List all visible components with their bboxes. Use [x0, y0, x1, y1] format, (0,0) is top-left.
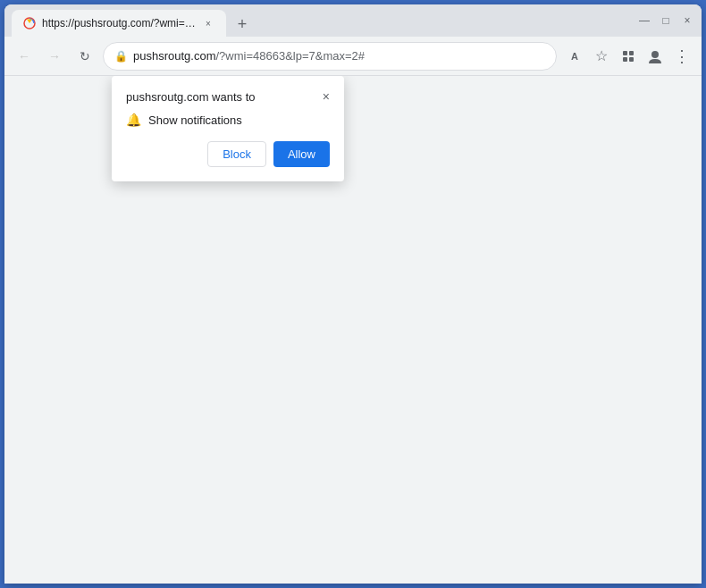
- toolbar: ← → ↻ 🔒 pushsroutg.com/?wmi=48663&lp=7&m…: [4, 37, 702, 76]
- bell-icon: 🔔: [126, 113, 141, 127]
- address-bar[interactable]: 🔒 pushsroutg.com/?wmi=48663&lp=7&max=2#: [103, 42, 557, 71]
- svg-rect-3: [623, 57, 627, 62]
- svg-rect-1: [623, 51, 627, 55]
- tab-area: https://pushsroutg.com/?wmi=4... × +: [12, 4, 634, 37]
- notif-actions: Block Allow: [126, 141, 330, 167]
- svg-point-5: [651, 51, 659, 58]
- notif-title: pushsroutg.com wants to: [126, 90, 256, 104]
- lock-icon: 🔒: [114, 50, 128, 63]
- notif-permission-label: Show notifications: [148, 113, 242, 127]
- menu-button[interactable]: ⋮: [669, 44, 694, 69]
- notif-header: pushsroutg.com wants to ×: [126, 90, 330, 104]
- back-button[interactable]: ←: [12, 44, 37, 69]
- title-bar: https://pushsroutg.com/?wmi=4... × + — □…: [4, 4, 702, 37]
- window-close-button[interactable]: ×: [680, 13, 694, 28]
- tab-favicon: [22, 16, 37, 30]
- active-tab[interactable]: https://pushsroutg.com/?wmi=4... ×: [12, 10, 226, 37]
- url-text: pushsroutg.com/?wmi=48663&lp=7&max=2#: [133, 49, 545, 63]
- tab-close-button[interactable]: ×: [201, 16, 215, 30]
- notif-permission-row: 🔔 Show notifications: [126, 113, 330, 127]
- tab-title: https://pushsroutg.com/?wmi=4...: [42, 17, 196, 29]
- minimize-button[interactable]: —: [637, 13, 651, 28]
- toolbar-actions: A ☆ ⋮: [562, 44, 694, 69]
- translate-button[interactable]: A: [562, 44, 587, 69]
- browser-window: https://pushsroutg.com/?wmi=4... × + — □…: [4, 4, 702, 584]
- new-tab-button[interactable]: +: [230, 12, 255, 37]
- window-controls: — □ ×: [637, 13, 694, 28]
- svg-rect-4: [629, 57, 634, 62]
- notif-close-button[interactable]: ×: [323, 90, 330, 103]
- page-wrapper: pushsroutg.com wants to × 🔔 Show notific…: [4, 76, 702, 584]
- notif-allow-button[interactable]: Allow: [273, 141, 330, 167]
- reload-button[interactable]: ↻: [72, 44, 97, 69]
- url-path: /?wmi=48663&lp=7&max=2#: [216, 49, 366, 63]
- extensions-button[interactable]: [616, 44, 641, 69]
- svg-rect-2: [629, 51, 634, 55]
- maximize-button[interactable]: □: [659, 13, 673, 28]
- url-host: pushsroutg.com: [133, 49, 216, 63]
- forward-button[interactable]: →: [42, 44, 67, 69]
- notification-permission-popup: pushsroutg.com wants to × 🔔 Show notific…: [112, 76, 344, 181]
- account-button[interactable]: [643, 44, 668, 69]
- notif-block-button[interactable]: Block: [207, 141, 266, 167]
- bookmark-button[interactable]: ☆: [589, 44, 614, 69]
